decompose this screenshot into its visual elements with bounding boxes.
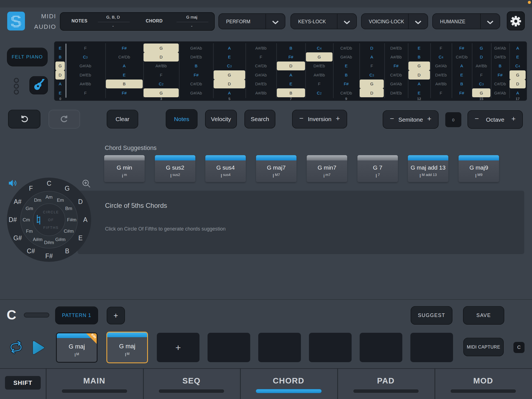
svg-text:Gm: Gm xyxy=(25,206,33,211)
svg-text:G: G xyxy=(65,185,70,192)
svg-text:G#m: G#m xyxy=(55,237,66,242)
svg-text:F: F xyxy=(29,185,33,192)
svg-text:A#: A# xyxy=(14,198,22,205)
svg-text:C: C xyxy=(47,180,52,187)
svg-text:D: D xyxy=(78,198,83,205)
svg-text:C#: C# xyxy=(27,247,35,255)
svg-text:Em: Em xyxy=(57,198,64,203)
svg-text:CIRCLE: CIRCLE xyxy=(43,210,59,214)
svg-text:Am: Am xyxy=(45,195,53,200)
svg-text:A: A xyxy=(83,216,88,223)
svg-text:G#: G# xyxy=(13,234,22,242)
svg-text:E: E xyxy=(78,234,83,242)
svg-text:Cm: Cm xyxy=(23,217,30,222)
svg-text:Fm: Fm xyxy=(26,229,33,234)
svg-text:B: B xyxy=(65,247,69,255)
svg-text:FIFTHS: FIFTHS xyxy=(43,226,59,230)
svg-text:OF: OF xyxy=(48,218,54,222)
svg-text:F#: F# xyxy=(45,252,53,260)
svg-text:S: S xyxy=(10,12,22,30)
svg-text:D#m: D#m xyxy=(44,240,54,245)
svg-text:A#m: A#m xyxy=(33,237,43,242)
svg-text:Dm: Dm xyxy=(34,198,41,203)
svg-text:C#m: C#m xyxy=(64,229,74,234)
svg-text:D#: D# xyxy=(9,216,17,223)
svg-text:F#m: F#m xyxy=(67,217,76,222)
svg-text:Bm: Bm xyxy=(65,206,72,211)
